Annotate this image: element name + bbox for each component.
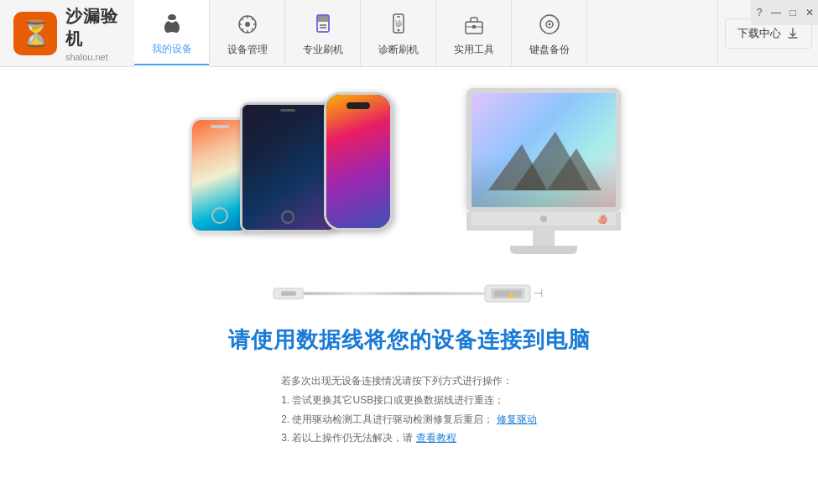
tab-device-manage[interactable]: 设备管理 bbox=[210, 0, 285, 67]
app-subtitle: shalou.net bbox=[65, 52, 134, 62]
tab-pro-repair-icon bbox=[308, 9, 338, 39]
iphone-right bbox=[324, 92, 393, 231]
svg-text:⊣: ⊣ bbox=[533, 287, 542, 299]
svg-rect-23 bbox=[472, 25, 476, 29]
logo-area: ⏳ 沙漏验机 shalou.net bbox=[0, 0, 134, 67]
svg-text:诊: 诊 bbox=[394, 19, 402, 28]
window-help-btn[interactable]: ? bbox=[751, 0, 768, 25]
tab-tools-icon bbox=[459, 9, 489, 39]
svg-point-3 bbox=[245, 22, 250, 27]
tab-tools-label: 实用工具 bbox=[454, 43, 494, 57]
instruction-2-prefix: 2. 使用驱动检测工具进行驱动检测修复后重启； bbox=[281, 413, 493, 425]
title-bar: ? — □ ✕ bbox=[751, 0, 818, 25]
window-close-btn[interactable]: ✕ bbox=[801, 0, 818, 25]
instructions-title: 若多次出现无设备连接情况请按下列方式进行操作： bbox=[281, 372, 537, 391]
tab-my-device-label: 我的设备 bbox=[152, 42, 192, 56]
tab-diagnosis[interactable]: 诊 诊断刷机 bbox=[361, 0, 436, 67]
usb-cable-svg: ⚡ ⊣ bbox=[258, 271, 560, 317]
instruction-3: 3. 若以上操作仍无法解决，请 查看教程 bbox=[281, 429, 537, 448]
ios-devices-illustration bbox=[183, 84, 401, 260]
svg-rect-13 bbox=[317, 15, 329, 22]
sub-instructions: 若多次出现无设备连接情况请按下列方式进行操作： 1. 尝试更换其它USB接口或更… bbox=[281, 372, 537, 448]
tab-tools[interactable]: 实用工具 bbox=[436, 0, 512, 67]
instruction-3-prefix: 3. 若以上操作仍无法解决，请 bbox=[281, 432, 413, 444]
nav-tabs: 我的设备 设备管理 bbox=[134, 0, 717, 67]
connect-message: 请使用数据线将您的设备连接到电脑 bbox=[228, 325, 591, 355]
svg-line-11 bbox=[242, 29, 243, 30]
devices-area: 🍎 bbox=[0, 84, 818, 260]
svg-point-26 bbox=[548, 23, 550, 26]
usb-cable-area: ⚡ ⊣ bbox=[258, 268, 560, 319]
window-max-btn[interactable]: □ bbox=[784, 0, 801, 25]
header: ⏳ 沙漏验机 shalou.net 我的设备 bbox=[0, 0, 818, 67]
tab-keyboard-backup-label: 键盘备份 bbox=[529, 43, 570, 57]
tab-device-manage-label: 设备管理 bbox=[227, 43, 268, 57]
tab-keyboard-backup-icon bbox=[534, 9, 565, 39]
download-icon bbox=[786, 27, 800, 40]
tab-keyboard-backup[interactable]: 键盘备份 bbox=[512, 0, 587, 67]
app-logo-icon: ⏳ bbox=[13, 12, 57, 55]
tab-pro-repair[interactable]: 专业刷机 bbox=[285, 0, 361, 67]
instruction-2: 2. 使用驱动检测工具进行驱动检测修复后重启； 修复驱动 bbox=[281, 410, 537, 429]
instruction-1: 1. 尝试更换其它USB接口或更换数据线进行重连； bbox=[281, 391, 537, 410]
main-content: 🍎 bbox=[0, 67, 818, 504]
tab-diagnosis-icon: 诊 bbox=[383, 9, 414, 39]
svg-rect-31 bbox=[304, 292, 485, 295]
imac-illustration: 🍎 bbox=[451, 88, 636, 256]
tab-device-manage-icon bbox=[232, 9, 263, 39]
tab-my-device[interactable]: 我的设备 bbox=[134, 0, 210, 67]
tab-my-device-icon bbox=[157, 8, 187, 39]
view-tutorial-link[interactable]: 查看教程 bbox=[416, 432, 456, 444]
svg-line-8 bbox=[242, 18, 243, 20]
svg-line-9 bbox=[252, 29, 253, 30]
repair-driver-link[interactable]: 修复驱动 bbox=[497, 413, 537, 425]
window-min-btn[interactable]: — bbox=[768, 0, 784, 25]
svg-point-19 bbox=[397, 29, 399, 32]
logo-text: 沙漏验机 shalou.net bbox=[65, 5, 134, 62]
tab-pro-repair-label: 专业刷机 bbox=[303, 43, 343, 57]
ipad-center bbox=[240, 102, 336, 232]
download-btn-label: 下载中心 bbox=[737, 26, 781, 41]
tab-diagnosis-label: 诊断刷机 bbox=[378, 43, 419, 57]
svg-line-10 bbox=[252, 18, 253, 20]
svg-rect-29 bbox=[281, 291, 296, 295]
app-title: 沙漏验机 bbox=[65, 5, 134, 50]
svg-text:⏳: ⏳ bbox=[20, 18, 52, 49]
svg-text:⚡: ⚡ bbox=[507, 289, 517, 299]
